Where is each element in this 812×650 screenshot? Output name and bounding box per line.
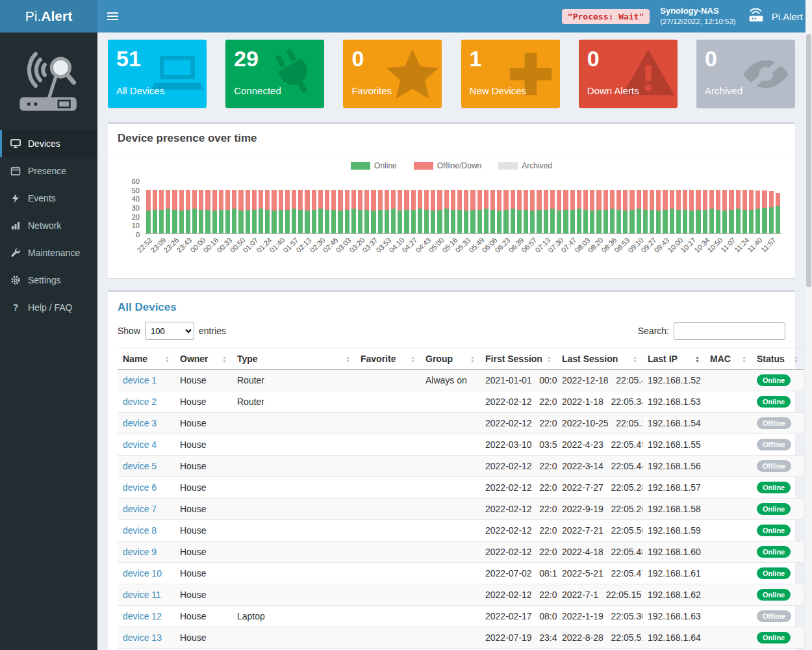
table-cell: 2022-02-12 22:05 <box>480 391 557 413</box>
sort-icon: ▲▼ <box>222 356 227 363</box>
y-tick-label: 10 <box>119 222 140 229</box>
summary-card-new-devices[interactable]: 1New Devices <box>461 40 560 108</box>
column-label: Type <box>237 354 258 364</box>
last-session: 2022-8-28 22:05.51 <box>562 632 642 643</box>
table-cell: 2022-10-25 22:05.23 <box>557 413 642 434</box>
table-cell <box>355 370 420 391</box>
hamburger-icon[interactable] <box>97 0 127 32</box>
summary-card-connected[interactable]: 29Connected <box>225 40 324 108</box>
table-cell: device 5 <box>118 456 175 477</box>
entries-label: entries <box>199 326 226 336</box>
presence-bar <box>311 181 317 233</box>
summary-card-archived[interactable]: 0Archived <box>696 40 795 108</box>
devices-panel: All Devices Show 100 entries Search: Nam… <box>108 290 795 650</box>
sidebar-item-presence[interactable]: Presence <box>0 157 97 185</box>
table-cell: device 8 <box>118 520 175 541</box>
presence-bar <box>350 181 357 233</box>
device-name-link[interactable]: device 4 <box>123 439 157 450</box>
device-name-link[interactable]: device 11 <box>123 590 161 600</box>
presence-bar <box>264 181 271 233</box>
device-name-link[interactable]: device 12 <box>123 611 162 621</box>
presence-bar <box>622 181 629 233</box>
sort-icon: ▲▼ <box>411 356 415 363</box>
sidebar-item-events[interactable]: Events <box>0 185 97 212</box>
app-logo[interactable]: Pi.Alert <box>0 0 97 32</box>
sidebar-item-network[interactable]: Network <box>0 212 97 239</box>
device-name-link[interactable]: device 9 <box>123 547 157 557</box>
table-cell: 2022-5-21 22:05.47 <box>557 563 642 584</box>
summary-card-down-alerts[interactable]: 0Down Alerts <box>579 40 678 108</box>
device-name-link[interactable]: device 5 <box>123 461 157 471</box>
column-header-status[interactable]: Status▲▼ <box>752 348 804 370</box>
presence-bar <box>324 181 330 233</box>
device-name-link[interactable]: device 8 <box>123 525 157 536</box>
app-chip[interactable]: Pi.Alert <box>746 7 803 25</box>
presence-bar <box>675 181 681 233</box>
column-header-type[interactable]: Type▲▼ <box>232 348 355 370</box>
device-name-link[interactable]: device 1 <box>123 375 157 385</box>
device-name-link[interactable]: device 3 <box>123 418 157 428</box>
column-header-group[interactable]: Group▲▼ <box>420 348 480 370</box>
scrollbar-thumb[interactable] <box>806 34 811 287</box>
table-cell <box>355 627 420 649</box>
presence-bar <box>317 181 324 233</box>
presence-bar <box>470 181 476 233</box>
table-cell: 192.168.1.60 <box>642 541 705 563</box>
column-header-last-ip[interactable]: Last IP▲▼ <box>642 348 705 370</box>
legend-item-online: Online <box>351 161 397 170</box>
status-badge: Online <box>757 589 791 601</box>
presence-bar <box>582 181 589 233</box>
presence-bar <box>596 181 602 233</box>
summary-card-favorites[interactable]: 0Favorites <box>343 40 442 108</box>
column-header-name[interactable]: Name▲▼ <box>118 348 175 370</box>
column-header-favorite[interactable]: Favorite▲▼ <box>355 348 420 370</box>
table-cell <box>232 541 355 563</box>
search-input[interactable] <box>674 322 785 340</box>
table-cell: 192.168.1.52 <box>642 370 705 391</box>
devices-table-body: device 1HouseRouterAlways on2021-01-01 0… <box>118 370 804 650</box>
page-scrollbar[interactable] <box>806 0 812 650</box>
presence-bar <box>224 181 231 233</box>
presence-bar <box>681 181 688 233</box>
column-header-owner[interactable]: Owner▲▼ <box>175 348 232 370</box>
sidebar-item-help-faq[interactable]: ?Help / FAQ <box>0 294 97 321</box>
sidebar-item-devices[interactable]: Devices <box>0 130 97 157</box>
summary-card-all-devices[interactable]: 51All Devices <box>108 40 207 108</box>
device-name-link[interactable]: device 7 <box>123 504 157 514</box>
first-session: 2022-02-17 08:05 <box>485 611 557 621</box>
column-header-first-session[interactable]: First Session▲▼ <box>480 348 557 370</box>
first-session: 2022-02-12 22:05 <box>485 590 557 600</box>
presence-bar <box>171 181 178 233</box>
presence-bar <box>244 181 251 233</box>
table-cell: 2022-07-19 23:45 <box>480 627 557 649</box>
table-cell: House <box>175 477 232 499</box>
device-name-link[interactable]: device 13 <box>123 632 162 643</box>
column-header-last-session[interactable]: Last Session▲▼ <box>557 348 642 370</box>
column-header-mac[interactable]: MAC▲▼ <box>705 348 752 370</box>
sidebar-item-label: Events <box>28 193 56 203</box>
presence-chart: 0102030405060 22:5223:0923:2623:4300:000… <box>145 181 781 269</box>
device-name-link[interactable]: device 2 <box>123 396 157 407</box>
presence-bar <box>205 181 211 233</box>
presence-bar <box>516 181 522 233</box>
table-cell: 2022-07-02 08:15 <box>480 563 557 584</box>
first-session: 2022-07-19 23:45 <box>485 632 557 643</box>
device-name-link[interactable]: device 10 <box>123 568 162 578</box>
y-tick-label: 0 <box>119 231 140 239</box>
table-cell <box>420 477 480 499</box>
table-cell <box>355 413 420 434</box>
y-tick-label: 20 <box>119 213 140 221</box>
sidebar-item-label: Help / FAQ <box>28 302 72 313</box>
sidebar-item-maintenance[interactable]: Maintenance <box>0 239 97 266</box>
table-cell: 2022-1-19 22:05.30 <box>557 606 642 627</box>
presence-bar <box>755 181 761 233</box>
device-name-link[interactable]: device 6 <box>123 482 157 493</box>
presence-bar <box>344 181 350 233</box>
sidebar-item-settings[interactable]: Settings <box>0 266 97 294</box>
table-cell <box>355 606 420 627</box>
table-cell <box>355 520 420 541</box>
page-length-select[interactable]: 100 <box>145 322 194 340</box>
network-icon <box>10 220 21 231</box>
presence-chart-plot <box>145 181 781 234</box>
device-row: device 2HouseRouter2022-02-12 22:052022-… <box>118 391 804 413</box>
